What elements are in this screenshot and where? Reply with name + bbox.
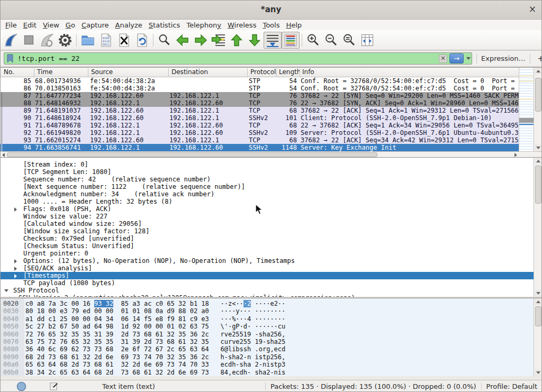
packet-row-94[interactable]: 9471.663856741192.168.122.1192.168.122.6… xyxy=(0,144,519,151)
detail-line[interactable]: [Checksum Status: Unverified] xyxy=(0,242,534,250)
column-header-info[interactable]: Info xyxy=(300,68,519,77)
menu-file[interactable]: File xyxy=(2,21,20,30)
detail-line[interactable]: Window size value: 227 xyxy=(0,213,534,220)
hex-row-00b0[interactable]: 00b038 34 2c 65 63 64 68 2d 73 68 61 32 … xyxy=(0,369,542,376)
start-capture-icon[interactable] xyxy=(2,32,20,49)
reload-file-icon[interactable] xyxy=(133,32,151,49)
detail-line[interactable]: [Next sequence number: 1122 (relative se… xyxy=(0,183,534,190)
status-profile[interactable]: Profile: Default xyxy=(486,382,537,390)
menu-statistics[interactable]: Statistics xyxy=(146,21,183,30)
menu-capture[interactable]: Capture xyxy=(78,21,112,30)
hex-row-0090[interactable]: 009068 2d 73 68 61 32 2d 6e 69 73 74 70 … xyxy=(0,353,542,361)
packet-row-93[interactable]: 9371.662015274192.168.122.60192.168.122.… xyxy=(0,136,519,144)
packet-list-vscrollbar[interactable] xyxy=(534,68,542,151)
capture-comment-icon[interactable] xyxy=(50,382,58,390)
menu-analyze[interactable]: Analyze xyxy=(112,21,146,30)
detail-line[interactable]: Options: (12 bytes), No-Operation (NOP),… xyxy=(0,257,534,265)
filter-apply-icon[interactable]: → xyxy=(449,53,464,63)
menu-go[interactable]: Go xyxy=(62,21,78,30)
go-first-packet-icon[interactable] xyxy=(228,32,246,49)
add-filter-button[interactable]: + xyxy=(535,54,542,63)
column-header-time[interactable]: Time xyxy=(35,68,88,77)
detail-line[interactable]: [TCP Segment Len: 1080] xyxy=(0,168,534,176)
packet-row-87[interactable]: 8771.647777234192.168.122.60192.168.122.… xyxy=(0,92,519,99)
hex-row-0030[interactable]: 003080 18 00 e3 79 ed 00 00 01 01 08 0a … xyxy=(0,307,542,315)
expression-button[interactable]: Expression… xyxy=(481,54,526,62)
title-bar: *any × xyxy=(0,0,542,20)
capture-file-properties-icon[interactable] xyxy=(16,381,26,391)
open-file-icon[interactable] xyxy=(79,32,97,49)
detail-line[interactable]: [Window size scaling factor: 128] xyxy=(0,227,534,235)
column-header-length[interactable]: Length xyxy=(277,68,300,77)
detail-line[interactable]: Sequence number: 42 (relative sequence n… xyxy=(0,176,534,183)
zoom-out-icon[interactable] xyxy=(322,32,340,49)
resize-columns-icon[interactable] xyxy=(358,32,376,49)
hex-row-0020[interactable]: 0020c0 a8 7a 3c 00 16 93 32 85 a3 ac c0 … xyxy=(0,300,542,307)
detail-line[interactable]: SSH Protocol xyxy=(0,287,534,294)
packet-row-92[interactable]: 9271.661949820192.168.122.1192.168.122.6… xyxy=(0,129,519,136)
detail-line[interactable]: [Stream index: 0] xyxy=(0,161,534,168)
column-header-source[interactable]: Source xyxy=(89,68,169,77)
packet-row-86[interactable]: 8670.013850163fe:54:00:d4:38:2aSTP54Conf… xyxy=(0,85,519,92)
detail-line[interactable]: Checksum: 0x79ed [unverified] xyxy=(0,235,534,242)
menu-view[interactable]: View xyxy=(40,21,62,30)
close-file-icon[interactable] xyxy=(115,32,133,49)
column-header-protocol[interactable]: Protocol xyxy=(248,68,277,77)
bookmark-icon[interactable] xyxy=(6,54,14,63)
stop-capture-icon[interactable] xyxy=(20,32,38,49)
restart-capture-icon[interactable] xyxy=(38,32,56,49)
close-icon[interactable]: × xyxy=(529,4,536,14)
capture-options-icon[interactable] xyxy=(56,32,74,49)
menu-tools[interactable]: Tools xyxy=(259,21,283,30)
detail-line[interactable]: Flags: 0x018 (PSH, ACK) xyxy=(0,205,534,213)
go-forward-icon[interactable] xyxy=(192,32,210,49)
detail-line[interactable]: 1000 .... = Header Length: 32 bytes (8) xyxy=(0,198,534,205)
hex-row-00a0[interactable]: 00a065 63 64 68 2d 73 68 61 32 2d 6e 69 … xyxy=(0,361,542,368)
collapsed-arrow-icon[interactable] xyxy=(14,267,17,271)
detail-line[interactable]: [SEQ/ACK analysis] xyxy=(0,265,534,272)
packet-row-89[interactable]: 8971.648191037192.168.122.60192.168.122.… xyxy=(0,107,519,114)
bytes-vscrollbar[interactable] xyxy=(534,298,542,376)
auto-scroll-icon[interactable] xyxy=(264,32,282,49)
menu-wireless[interactable]: Wireless xyxy=(224,21,259,30)
detail-line[interactable]: TCP payload (1080 bytes) xyxy=(0,279,534,287)
packet-list-minimap[interactable] xyxy=(519,68,534,151)
zoom-in-icon[interactable] xyxy=(304,32,322,49)
hex-row-0070[interactable]: 007063 75 72 76 65 32 35 35 31 39 2d 73 … xyxy=(0,338,542,345)
hex-row-0040[interactable]: 0040a1 dd c1 25 00 00 04 34 06 14 f5 e8 … xyxy=(0,315,542,323)
menu-edit[interactable]: Edit xyxy=(20,21,40,30)
colorize-packets-icon[interactable] xyxy=(282,32,300,49)
details-vscrollbar[interactable] xyxy=(534,158,542,297)
go-back-icon[interactable] xyxy=(174,32,192,49)
detail-line[interactable]: [Calculated window size: 29056] xyxy=(0,220,534,227)
filter-clear-icon[interactable]: × xyxy=(439,54,447,63)
display-filter-field[interactable]: !tcp.port == 22 × → xyxy=(4,52,472,65)
collapsed-arrow-icon[interactable] xyxy=(14,274,17,278)
detail-line[interactable]: [Timestamps] xyxy=(0,272,534,279)
menu-help[interactable]: Help xyxy=(283,21,305,30)
find-packet-icon[interactable] xyxy=(156,32,174,49)
packet-row-85[interactable]: 8568.001734936fe:54:00:d4:38:2aSTP54Conf… xyxy=(0,77,519,85)
packet-row-90[interactable]: 9071.648618924192.168.122.60192.168.122.… xyxy=(0,114,519,122)
detail-line[interactable]: SSH Version 2 (encryption:chacha20-poly1… xyxy=(0,294,534,297)
collapsed-arrow-icon[interactable] xyxy=(14,259,17,263)
column-header-destination[interactable]: Destination xyxy=(169,68,248,77)
detail-line[interactable]: Urgent pointer: 0 xyxy=(0,250,534,257)
filter-input[interactable]: !tcp.port == 22 xyxy=(16,54,439,62)
zoom-reset-icon[interactable] xyxy=(340,32,358,49)
save-file-icon[interactable]: 010101100011 xyxy=(97,32,115,49)
column-header-no[interactable]: No. xyxy=(0,68,34,77)
hex-row-0060[interactable]: 006072 76 65 32 35 35 31 39 2d 73 68 61 … xyxy=(0,331,542,338)
collapsed-arrow-icon[interactable] xyxy=(10,296,12,297)
hex-row-0050[interactable]: 00505c 27 b2 67 50 ad 64 98 1d 92 00 00 … xyxy=(0,323,542,330)
packet-row-91[interactable]: 9171.648789678192.168.122.1192.168.122.6… xyxy=(0,122,519,129)
hex-row-0080[interactable]: 008036 40 6c 69 62 73 73 68 2e 6f 72 67 … xyxy=(0,345,542,353)
menu-telephony[interactable]: Telephony xyxy=(183,21,224,30)
collapsed-arrow-icon[interactable] xyxy=(14,207,17,212)
filter-dropdown-icon[interactable] xyxy=(465,53,472,63)
expanded-arrow-icon[interactable] xyxy=(4,289,8,292)
go-last-packet-icon[interactable] xyxy=(246,32,264,49)
detail-line[interactable]: Acknowledgment number: 34 (relative ack … xyxy=(0,190,534,198)
go-to-packet-icon[interactable] xyxy=(210,32,228,49)
packet-row-88[interactable]: 8871.648146932192.168.122.1192.168.122.6… xyxy=(0,99,519,107)
